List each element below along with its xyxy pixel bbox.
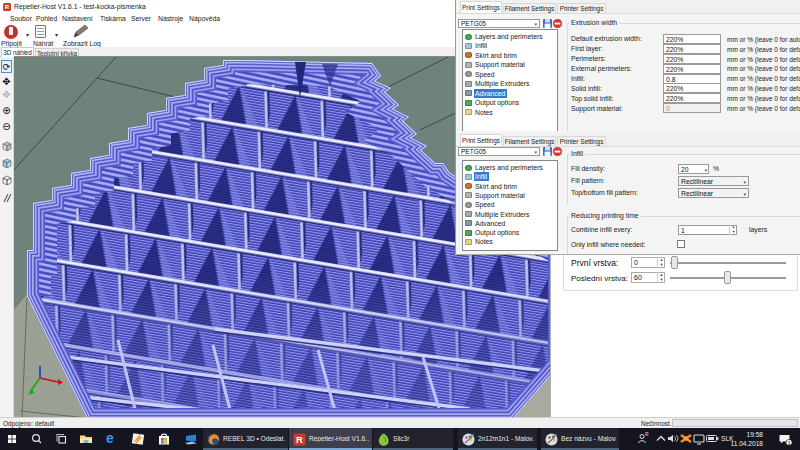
svg-text:R: R xyxy=(296,434,303,445)
svg-text:R: R xyxy=(645,431,649,437)
svg-text:1: 1 xyxy=(787,440,790,446)
